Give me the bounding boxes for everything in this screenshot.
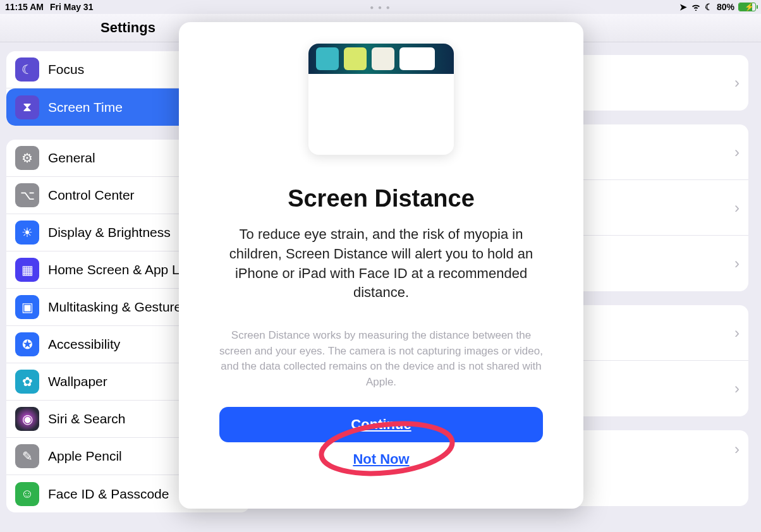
continue-button[interactable]: Continue <box>219 407 543 442</box>
chevron-right-icon: › <box>734 440 740 458</box>
not-now-button[interactable]: Not Now <box>353 451 409 468</box>
modal-hero-graphic <box>308 44 454 155</box>
chevron-right-icon: › <box>734 255 740 272</box>
status-bar: 11:15 AM Fri May 31 ● ● ● ➤ ☾ 80% ⚡ <box>0 0 761 14</box>
gear-icon: ⚙ <box>15 146 39 170</box>
modal-fineprint: Screen Distance works by measuring the d… <box>219 328 543 390</box>
moon-icon: ☾ <box>705 2 713 12</box>
chevron-right-icon: › <box>734 199 740 217</box>
sun-icon: ☀ <box>15 221 39 245</box>
screen-distance-modal: Screen Distance To reduce eye strain, an… <box>179 22 583 509</box>
battery-icon: ⚡ <box>738 3 756 11</box>
window-icon: ▣ <box>15 295 39 319</box>
hourglass-icon: ⧗ <box>15 95 39 119</box>
chevron-right-icon: › <box>734 380 740 397</box>
grid-icon: ▦ <box>15 258 39 282</box>
chevron-right-icon: › <box>734 324 740 342</box>
moon-icon: ☾ <box>15 57 39 82</box>
flower-icon: ✿ <box>15 370 39 394</box>
multitasking-dots-icon[interactable]: ● ● ● <box>370 4 391 11</box>
chevron-right-icon: › <box>734 74 740 92</box>
siri-icon: ◉ <box>15 407 39 431</box>
status-date: Fri May 31 <box>50 2 93 12</box>
modal-description: To reduce eye strain, and the risk of my… <box>219 225 543 303</box>
faceid-icon: ☺ <box>15 482 39 506</box>
wifi-icon <box>691 2 701 13</box>
battery-percent: 80% <box>717 2 734 12</box>
toggles-icon: ⌥ <box>15 183 39 207</box>
chevron-right-icon: › <box>734 143 740 161</box>
accessibility-icon: ✪ <box>15 332 39 356</box>
status-time: 11:15 AM <box>5 2 44 12</box>
pencil-icon: ✎ <box>15 444 39 468</box>
modal-title: Screen Distance <box>288 185 475 212</box>
location-icon: ➤ <box>679 2 687 12</box>
